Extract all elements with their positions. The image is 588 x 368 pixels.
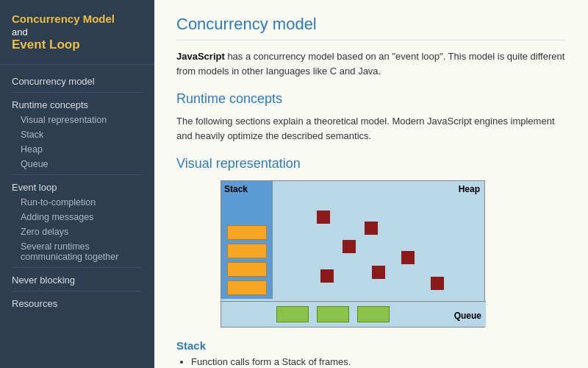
sidebar-item-run-to-completion[interactable]: Run-to-completion <box>12 195 143 210</box>
sidebar-item-zero-delays[interactable]: Zero delays <box>12 224 143 239</box>
green-block-3 <box>357 306 390 322</box>
sidebar-title-main: Concurrency Model <box>12 12 143 26</box>
sidebar-item-adding-messages[interactable]: Adding messages <box>12 210 143 224</box>
red-sq-5 <box>372 266 385 279</box>
sidebar-item-heap[interactable]: Heap <box>12 142 143 157</box>
stack-label: Stack <box>224 184 248 194</box>
runtime-text: The following sections explain a theoret… <box>176 114 566 143</box>
stack-bullet-item: Function calls form a Stack of frames. <box>191 356 566 367</box>
sidebar-section-main: Concurrency model Runtime concepts Visua… <box>0 68 154 313</box>
green-block-1 <box>276 306 309 322</box>
sidebar-item-queue[interactable]: Queue <box>12 157 143 171</box>
red-sq-6 <box>320 269 334 283</box>
sidebar-divider-3 <box>12 267 143 268</box>
stack-bullet-list: Function calls form a Stack of frames. <box>176 356 566 367</box>
green-block-2 <box>317 306 349 322</box>
stack-section-title: Stack <box>176 339 566 352</box>
red-sq-4 <box>401 251 415 264</box>
red-sq-7 <box>431 277 444 290</box>
intro-bold: JavaScript <box>176 51 225 62</box>
red-sq-1 <box>317 210 330 224</box>
diagram: Stack Heap Queue <box>220 180 485 328</box>
sidebar: Concurrency Model and Event Loop Concurr… <box>0 0 154 368</box>
sidebar-divider-2 <box>12 174 143 175</box>
visual-title: Visual representation <box>176 156 566 171</box>
orange-block-1 <box>227 225 267 240</box>
sidebar-item-visual-representation[interactable]: Visual representation <box>12 113 143 127</box>
page-title: Concurrency model <box>176 15 566 40</box>
stack-column: Stack <box>221 181 273 299</box>
runtime-title: Runtime concepts <box>176 91 566 107</box>
sidebar-title: Concurrency Model and Event Loop <box>0 12 154 61</box>
sidebar-item-concurrency-model[interactable]: Concurrency model <box>12 72 143 89</box>
queue-label: Queue <box>454 311 481 321</box>
sidebar-item-several-runtimes[interactable]: Several runtimes communicating together <box>12 239 143 264</box>
sidebar-item-never-blocking[interactable]: Never blocking <box>12 271 143 288</box>
queue-row: Queue <box>221 301 486 327</box>
sidebar-divider-4 <box>12 291 143 291</box>
sidebar-divider-top <box>0 64 154 65</box>
sidebar-title-sub: Event Loop <box>12 38 143 52</box>
intro-paragraph: JavaScript has a concurrency model based… <box>176 49 566 78</box>
red-sq-2 <box>365 222 378 235</box>
sidebar-divider-1 <box>12 92 143 93</box>
orange-block-3 <box>227 262 267 277</box>
orange-block-4 <box>227 280 267 295</box>
sidebar-title-and: and <box>12 26 143 38</box>
orange-block-2 <box>227 244 267 258</box>
red-sq-3 <box>343 240 356 253</box>
sidebar-item-runtime-concepts[interactable]: Runtime concepts <box>12 96 143 113</box>
heap-label: Heap <box>459 184 480 194</box>
sidebar-item-resources[interactable]: Resources <box>12 294 143 311</box>
intro-rest: has a concurrency model based on an "eve… <box>176 51 564 77</box>
diagram-container: Stack Heap Queue <box>220 180 485 328</box>
sidebar-item-stack[interactable]: Stack <box>12 127 143 142</box>
sidebar-item-event-loop[interactable]: Event loop <box>12 178 143 195</box>
main-content: Concurrency model JavaScript has a concu… <box>154 0 588 368</box>
